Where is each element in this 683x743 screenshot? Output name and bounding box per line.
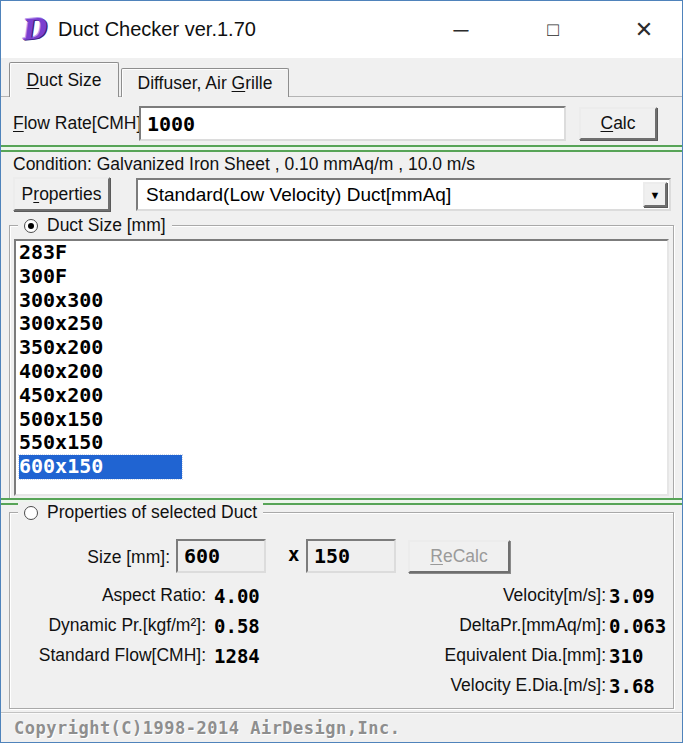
list-item[interactable]: 400x200 <box>19 360 667 384</box>
equivalent-dia-label: Equivalent Dia.[mm]: <box>280 645 606 666</box>
tab-diffuser-air-grille[interactable]: Diffuser, Air Grille <box>121 68 289 97</box>
condition-text: Condition: Galvanized Iron Sheet , 0.10 … <box>13 154 475 175</box>
dynamic-pressure-value: 0.58 <box>214 615 260 637</box>
duct-size-group: Duct Size [mm] 283F 300F 300x300 300x250… <box>9 225 674 501</box>
velocity-value: 3.09 <box>609 585 655 607</box>
duct-size-radio[interactable] <box>24 219 38 233</box>
equivalent-dia-value: 310 <box>609 645 643 667</box>
selected-duct-group: Properties of selected Duct Size [mm]: x… <box>9 512 674 709</box>
size-x-separator: x <box>288 543 299 565</box>
list-item[interactable]: 300F <box>19 265 667 289</box>
list-item[interactable]: 283F <box>19 241 667 265</box>
list-item[interactable]: 550x150 <box>19 431 667 455</box>
app-icon: D <box>16 12 49 47</box>
recalc-button-disabled[interactable]: ReCalc <box>408 540 510 573</box>
tab-strip: Duct Size Diffuser, Air Grille <box>1 59 682 97</box>
copyright-text: Copyright(C)1998-2014 AirDesign,Inc. <box>14 718 400 738</box>
duct-type-selected-option: Standard(Low Velocity) Duct[mmAq] <box>146 184 451 205</box>
aspect-ratio-value: 4.00 <box>214 585 260 607</box>
minimize-button[interactable]: ─ <box>431 12 491 48</box>
duct-size-listbox[interactable]: 283F 300F 300x300 300x250 350x200 400x20… <box>14 239 669 496</box>
status-bar: Copyright(C)1998-2014 AirDesign,Inc. <box>1 712 682 742</box>
selected-duct-group-label: Properties of selected Duct <box>47 502 257 523</box>
delta-pressure-label: DeltaPr.[mmAq/m]: <box>280 615 606 636</box>
maximize-button[interactable]: □ <box>523 12 583 48</box>
title-bar: D Duct Checker ver.1.70 ─ □ ✕ <box>1 1 682 58</box>
flow-rate-input[interactable] <box>139 106 566 141</box>
standard-flow-value: 1284 <box>214 645 260 667</box>
selected-duct-group-legend: Properties of selected Duct <box>18 502 263 523</box>
list-item[interactable]: 500x150 <box>19 408 667 432</box>
duct-type-select[interactable]: Standard(Low Velocity) Duct[mmAq] ▼ <box>136 178 671 211</box>
flow-rate-label: Flow Rate[CMH]: <box>13 113 146 134</box>
calc-button[interactable]: Calc <box>579 107 657 140</box>
velocity-edia-value: 3.68 <box>609 675 655 697</box>
selected-duct-radio[interactable] <box>24 506 38 520</box>
close-button[interactable]: ✕ <box>614 12 674 48</box>
list-item[interactable]: 450x200 <box>19 384 667 408</box>
chevron-down-icon[interactable]: ▼ <box>643 182 667 207</box>
duct-size-group-legend: Duct Size [mm] <box>18 215 172 236</box>
dynamic-pressure-label: Dynamic Pr.[kgf/m²]: <box>10 615 206 636</box>
standard-flow-label: Standard Flow[CMH]: <box>10 645 206 666</box>
list-item[interactable]: 300x250 <box>19 312 667 336</box>
velocity-edia-label: Velocity E.Dia.[m/s]: <box>280 675 606 696</box>
aspect-ratio-label: Aspect Ratio: <box>10 585 206 606</box>
delta-pressure-value: 0.063 <box>609 615 666 637</box>
list-item[interactable]: 300x300 <box>19 289 667 313</box>
list-item-selected[interactable]: 600x150 <box>19 455 182 479</box>
velocity-label: Velocity[m/s]: <box>280 585 606 606</box>
duct-width-input[interactable] <box>176 539 266 573</box>
list-item[interactable]: 350x200 <box>19 336 667 360</box>
properties-button[interactable]: Properties <box>13 177 110 211</box>
tab-duct-size[interactable]: Duct Size <box>9 62 119 97</box>
divider-top <box>1 145 682 152</box>
window-title: Duct Checker ver.1.70 <box>58 18 256 41</box>
size-label: Size [mm]: <box>10 547 170 568</box>
duct-size-group-label: Duct Size [mm] <box>47 215 166 236</box>
app-window: D Duct Checker ver.1.70 ─ □ ✕ Duct Size … <box>0 0 683 743</box>
duct-height-input[interactable] <box>306 539 396 573</box>
